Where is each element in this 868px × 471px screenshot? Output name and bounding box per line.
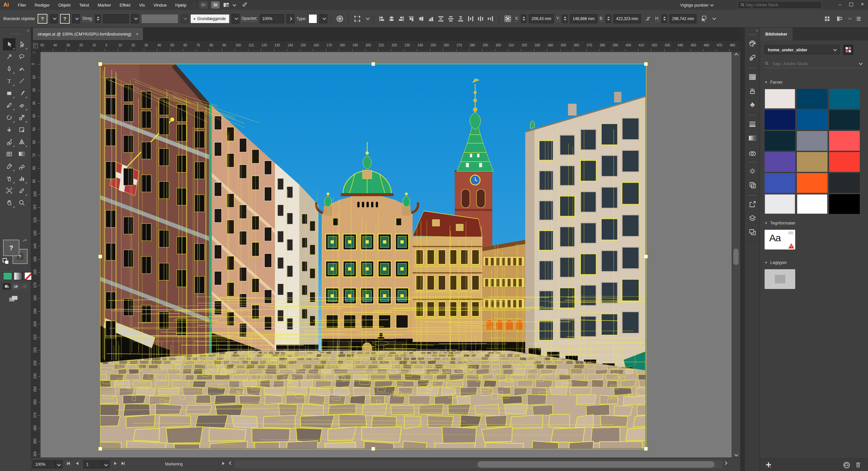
pen-tool[interactable] xyxy=(3,63,16,75)
width-field[interactable]: 422,323 mm xyxy=(614,14,641,23)
transform-bbox-icon[interactable] xyxy=(352,14,362,24)
library-search[interactable] xyxy=(765,59,863,68)
x-stepper[interactable] xyxy=(521,14,527,23)
zoom-level-dropdown[interactable] xyxy=(55,460,63,468)
align-bottom-button[interactable] xyxy=(426,14,436,24)
align-left-button[interactable] xyxy=(377,14,386,24)
canvas[interactable] xyxy=(40,52,732,458)
symbols-icon[interactable]: ♣ xyxy=(745,98,760,112)
distribute-left-button[interactable] xyxy=(466,14,475,24)
menu-tekst[interactable]: Tekst xyxy=(75,0,93,10)
library-color-swatch[interactable] xyxy=(829,173,860,193)
draw-inside-icon[interactable] xyxy=(21,283,29,290)
curvature-tool[interactable] xyxy=(16,63,28,75)
horizontal-scrollbar[interactable] xyxy=(235,461,722,468)
height-stepper[interactable] xyxy=(661,14,667,23)
prev-artboard-button[interactable] xyxy=(76,462,79,466)
zoom-level-field[interactable]: 100% xyxy=(32,460,55,468)
artboard-nav-field[interactable]: 1 xyxy=(83,460,102,468)
character-style-item[interactable]: Aa ! xyxy=(765,230,795,250)
reference-point-icon[interactable] xyxy=(503,14,513,24)
eraser-tool[interactable] xyxy=(16,99,28,111)
rotate-tool[interactable] xyxy=(3,111,16,123)
library-color-swatch[interactable] xyxy=(797,173,828,193)
add-asset-icon[interactable] xyxy=(765,462,772,469)
stroke-weight-dropdown[interactable] xyxy=(131,14,139,23)
share-rocket-icon[interactable] xyxy=(240,0,250,10)
menu-hjælp[interactable]: Hjælp xyxy=(171,0,191,10)
fill-indicator[interactable]: ? xyxy=(3,240,20,256)
graphic-styles-icon[interactable] xyxy=(745,178,760,192)
stock-button[interactable]: St xyxy=(211,1,220,8)
distribute-right-button[interactable] xyxy=(485,14,495,24)
stroke-icon[interactable] xyxy=(745,117,760,131)
hand-tool[interactable] xyxy=(3,196,16,209)
column-graph-tool[interactable] xyxy=(16,172,28,184)
restore-button[interactable] xyxy=(846,0,857,8)
artboard[interactable] xyxy=(100,64,645,448)
library-color-swatch[interactable] xyxy=(829,131,860,151)
library-color-swatch[interactable] xyxy=(797,131,828,151)
library-color-swatch[interactable] xyxy=(765,152,795,172)
align-right-button[interactable] xyxy=(397,14,406,24)
menu-vindue[interactable]: Vindue xyxy=(149,0,171,10)
toolbar-collapse-icon[interactable]: « xyxy=(0,28,31,32)
stock-search[interactable] xyxy=(738,1,822,9)
magic-wand-tool[interactable] xyxy=(3,50,16,63)
eyedropper-tool[interactable] xyxy=(3,160,16,172)
dock-expand-icon[interactable]: « xyxy=(745,28,760,33)
document-tab[interactable]: strøget.ai @ 100% (CMYK/GPU-forhåndsvisn… xyxy=(33,28,143,40)
color-button[interactable] xyxy=(3,272,12,280)
stroke-weight-stepper[interactable] xyxy=(95,14,101,23)
creative-cloud-sync-icon[interactable] xyxy=(843,462,850,470)
artboard-nav-dropdown[interactable] xyxy=(102,460,110,468)
minimize-button[interactable]: – xyxy=(834,0,846,8)
artboard-tool[interactable] xyxy=(3,184,16,196)
type-tool[interactable]: T xyxy=(3,75,16,87)
align-center-v-button[interactable] xyxy=(416,14,426,24)
search-scope-chevron[interactable] xyxy=(859,61,862,65)
link-dimensions-icon[interactable] xyxy=(643,14,653,24)
pencil-tool[interactable] xyxy=(3,99,16,111)
menu-filer[interactable]: Filer xyxy=(13,0,30,10)
library-color-swatch[interactable] xyxy=(765,173,795,193)
menu-effekt[interactable]: Effekt xyxy=(115,0,135,10)
opacity-dropdown[interactable] xyxy=(286,14,294,23)
last-artboard-button[interactable] xyxy=(122,462,124,466)
distribute-center-v-button[interactable] xyxy=(446,14,456,24)
export-icon[interactable] xyxy=(745,197,760,211)
menu-rediger[interactable]: Rediger xyxy=(30,0,54,10)
transform-chevron[interactable] xyxy=(366,16,369,20)
toolbar-grip[interactable] xyxy=(0,32,31,36)
horizontal-ruler[interactable]: 5040302010010203040506070809010011012013… xyxy=(40,40,740,52)
rectangle-tool[interactable] xyxy=(3,87,16,99)
distribute-center-h-button[interactable] xyxy=(475,14,485,24)
x-label[interactable]: X: xyxy=(515,16,519,22)
lasso-tool[interactable] xyxy=(16,50,28,63)
line-segment-tool[interactable] xyxy=(16,75,28,87)
close-button[interactable]: × xyxy=(857,0,868,8)
gradient-button[interactable] xyxy=(14,272,23,280)
library-color-swatch[interactable] xyxy=(829,152,860,172)
library-color-swatch[interactable] xyxy=(765,110,795,130)
draw-behind-icon[interactable] xyxy=(11,283,20,290)
screen-mode-icon[interactable] xyxy=(8,295,19,304)
ruler-corner[interactable] xyxy=(31,40,40,52)
x-field[interactable]: 209,43 mm xyxy=(529,14,554,23)
stroke-swatch[interactable]: ? xyxy=(60,14,70,24)
brushes-icon[interactable] xyxy=(745,84,760,98)
grid-view-button[interactable] xyxy=(843,44,854,55)
shape-builder-tool[interactable] xyxy=(3,135,16,148)
perspective-grid-tool[interactable] xyxy=(16,135,28,148)
brush-definition-dropdown[interactable] xyxy=(181,14,188,23)
default-fill-stroke-icon[interactable] xyxy=(3,258,9,265)
isolate-selection-icon[interactable] xyxy=(699,14,709,24)
type-dropdown[interactable] xyxy=(319,14,327,23)
stroke-weight-label[interactable]: Streg: xyxy=(82,16,93,22)
zoom-tool[interactable] xyxy=(16,196,28,209)
menu-vis[interactable]: Vis xyxy=(135,0,149,10)
color-guide-icon[interactable] xyxy=(745,51,760,64)
width-tool[interactable] xyxy=(3,123,16,135)
bridge-button[interactable]: Br xyxy=(199,1,208,8)
library-color-swatch[interactable] xyxy=(797,89,828,108)
